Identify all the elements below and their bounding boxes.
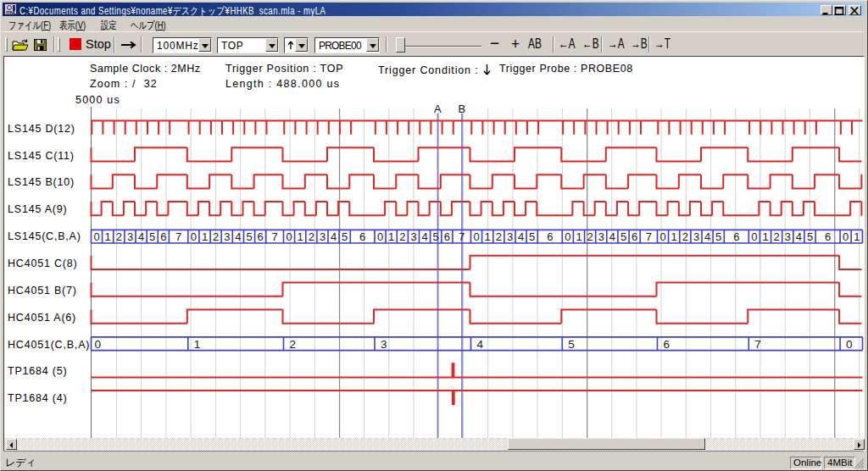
svg-text:1: 1: [202, 230, 208, 243]
svg-text:0: 0: [473, 230, 479, 243]
svg-text:3: 3: [381, 338, 387, 351]
svg-text:6: 6: [825, 230, 831, 243]
svg-text:0: 0: [286, 230, 292, 243]
svg-text:B: B: [458, 102, 465, 114]
svg-text:3: 3: [784, 230, 790, 243]
svg-text:0: 0: [846, 338, 853, 351]
svg-text:6: 6: [257, 230, 263, 243]
svg-text:4: 4: [421, 230, 427, 243]
svg-text:7: 7: [754, 338, 761, 351]
svg-text:2: 2: [115, 230, 121, 243]
svg-text:6: 6: [443, 230, 449, 243]
svg-text:0: 0: [93, 230, 99, 243]
svg-text:2: 2: [289, 338, 296, 351]
svg-text:4: 4: [609, 230, 615, 243]
svg-text:6: 6: [733, 230, 739, 243]
svg-text:4: 4: [138, 230, 144, 243]
svg-text:4: 4: [331, 230, 337, 243]
svg-text:0: 0: [751, 230, 757, 243]
svg-text:2: 2: [587, 230, 593, 243]
svg-text:0: 0: [190, 230, 196, 243]
svg-text:5: 5: [715, 230, 721, 243]
svg-text:3: 3: [320, 230, 326, 243]
svg-text:5: 5: [246, 230, 252, 243]
svg-text:5: 5: [149, 230, 155, 243]
svg-text:2: 2: [213, 230, 219, 243]
svg-text:0: 0: [843, 230, 849, 243]
svg-text:3: 3: [224, 230, 230, 243]
svg-text:1: 1: [194, 338, 201, 351]
svg-text:3: 3: [507, 230, 513, 243]
svg-text:3: 3: [127, 230, 133, 243]
svg-text:5: 5: [807, 230, 813, 243]
svg-text:2: 2: [773, 230, 779, 243]
svg-text:1: 1: [104, 230, 110, 243]
svg-text:3: 3: [598, 230, 604, 243]
svg-text:2: 2: [308, 230, 314, 243]
svg-text:5: 5: [620, 230, 626, 243]
svg-text:1: 1: [388, 230, 394, 243]
svg-text:A: A: [434, 102, 442, 114]
svg-text:0: 0: [565, 230, 570, 243]
svg-text:6: 6: [632, 230, 637, 243]
svg-text:6: 6: [547, 230, 553, 243]
svg-text:0: 0: [94, 338, 101, 351]
svg-text:6: 6: [160, 230, 166, 243]
svg-text:3: 3: [410, 230, 416, 243]
svg-text:4: 4: [235, 230, 241, 243]
svg-text:5: 5: [568, 338, 575, 351]
svg-text:1: 1: [297, 230, 303, 243]
svg-text:7: 7: [645, 230, 651, 243]
svg-text:1: 1: [484, 230, 490, 243]
svg-text:5: 5: [529, 230, 535, 243]
svg-text:1: 1: [854, 230, 860, 243]
svg-text:2: 2: [399, 230, 405, 243]
svg-text:5: 5: [432, 230, 438, 243]
svg-text:1: 1: [670, 230, 676, 243]
svg-text:6: 6: [663, 338, 670, 351]
svg-text:4: 4: [476, 338, 483, 351]
svg-text:1: 1: [576, 230, 581, 243]
svg-text:7: 7: [459, 230, 465, 243]
svg-text:2: 2: [495, 230, 501, 243]
svg-text:4: 4: [704, 230, 710, 243]
svg-text:7: 7: [271, 230, 277, 243]
svg-text:3: 3: [693, 230, 699, 243]
svg-text:7: 7: [175, 230, 181, 243]
svg-text:2: 2: [682, 230, 687, 243]
svg-text:5: 5: [342, 230, 348, 243]
svg-text:0: 0: [377, 230, 383, 243]
svg-text:4: 4: [795, 230, 801, 243]
svg-text:4: 4: [518, 230, 524, 243]
svg-text:1: 1: [762, 230, 768, 243]
svg-text:6: 6: [359, 230, 365, 243]
svg-text:0: 0: [659, 230, 665, 243]
